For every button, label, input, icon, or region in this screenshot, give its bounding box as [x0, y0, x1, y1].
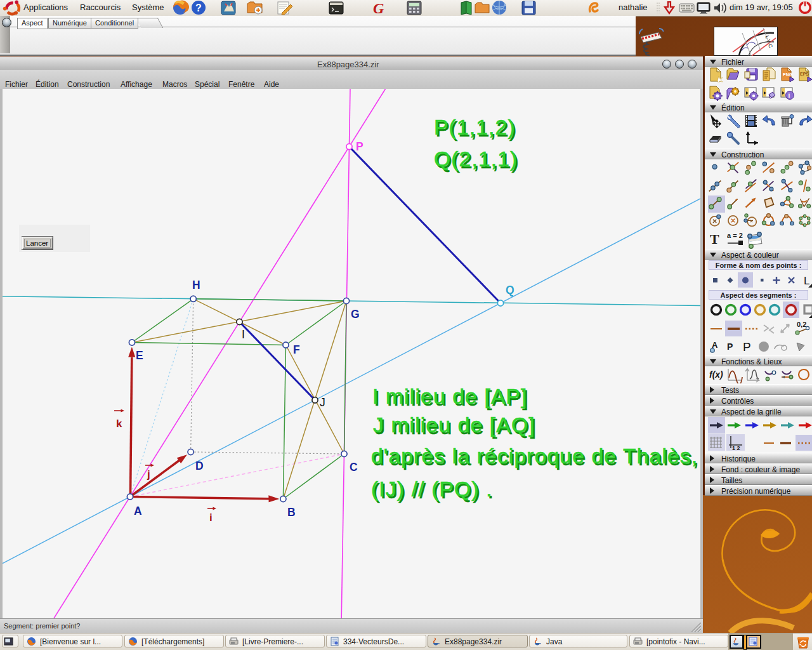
svg-text:A: A: [134, 505, 142, 517]
svg-text:Lancer: Lancer: [26, 239, 48, 247]
svg-text:(IJ) // (PQ) .: (IJ) // (PQ) .: [371, 477, 493, 501]
svg-text:Q(2,1,1): Q(2,1,1): [434, 147, 518, 171]
svg-text:a = 2: a = 2: [727, 232, 743, 239]
svg-text:i: i: [209, 512, 213, 524]
svg-text:f(x): f(x): [709, 369, 723, 380]
svg-text:G: G: [373, 0, 384, 16]
svg-text:P: P: [743, 340, 751, 354]
svg-text:B: B: [287, 506, 296, 519]
svg-text:L: L: [804, 275, 809, 287]
svg-text:T: T: [710, 231, 719, 247]
svg-text:E: E: [136, 349, 143, 362]
svg-text:0,2: 0,2: [797, 321, 806, 328]
svg-text:C: C: [350, 461, 358, 474]
svg-text:F: F: [293, 343, 300, 356]
svg-text:P: P: [356, 140, 363, 153]
svg-text:D: D: [195, 460, 204, 472]
svg-text:I: I: [242, 328, 245, 341]
svg-text:P(1,1,2): P(1,1,2): [434, 116, 516, 139]
svg-text:PNG: PNG: [783, 72, 793, 77]
svg-text:?: ?: [195, 3, 202, 13]
svg-text:d'après la réciproque de Thalè: d'après la réciproque de Thalès,: [371, 444, 698, 468]
svg-text:j: j: [147, 468, 150, 481]
svg-text:Q: Q: [506, 284, 514, 296]
svg-text:P: P: [727, 342, 733, 352]
svg-text:G: G: [351, 308, 360, 321]
svg-text:k: k: [116, 418, 122, 430]
svg-text:J milieu de [AQ]: J milieu de [AQ]: [373, 413, 535, 437]
svg-text:EPS: EPS: [800, 72, 809, 76]
svg-text:1 2: 1 2: [732, 445, 740, 451]
svg-text:H: H: [192, 279, 200, 291]
svg-text:I milieu de [AP]: I milieu de [AP]: [372, 385, 528, 408]
svg-text:i: i: [789, 92, 790, 99]
svg-text:J: J: [320, 396, 325, 409]
